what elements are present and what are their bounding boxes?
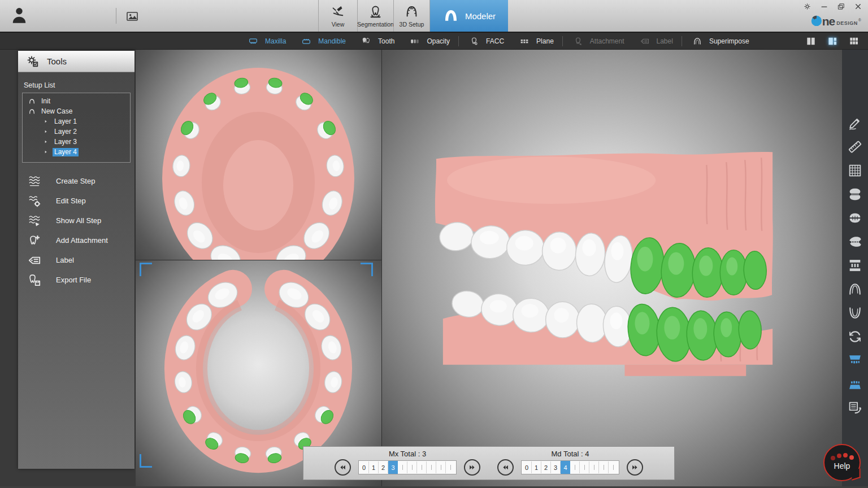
action-label-button[interactable]: Label <box>18 250 134 270</box>
tab-segmentation[interactable]: Segmentation <box>357 0 393 32</box>
tree-node-layer-2[interactable]: Layer 2 <box>23 127 130 137</box>
step-cell[interactable]: 2 <box>379 461 388 473</box>
toolbar-item-opacity[interactable]: Opacity <box>401 33 457 49</box>
step-cell[interactable] <box>436 461 446 473</box>
step-track[interactable]: 0123 <box>358 460 457 474</box>
step-cell[interactable]: 3 <box>551 461 561 473</box>
action-label: Add Attachment <box>56 236 108 245</box>
tree-node-init[interactable]: Init <box>23 96 130 106</box>
app-logo: ne DESIGN ® <box>810 14 861 27</box>
toolbar-item-label: FACC <box>486 37 504 45</box>
restore-button[interactable] <box>837 2 845 11</box>
step-cell-selected[interactable]: 3 <box>388 461 398 474</box>
add-attachment-icon <box>27 233 42 248</box>
step-cell[interactable] <box>407 461 417 473</box>
tools-panel: Tools Setup List InitNew CaseLayer 1Laye… <box>18 51 134 469</box>
step-forward-button[interactable] <box>627 459 643 476</box>
dental-chair-icon <box>331 4 346 19</box>
user-icon[interactable] <box>9 6 29 26</box>
setup-list-tree: InitNew CaseLayer 1Layer 2Layer 3Layer 4 <box>22 93 131 163</box>
action-add-attachment-button[interactable]: Add Attachment <box>18 230 134 250</box>
maxilla-visible-icon[interactable] <box>847 352 863 368</box>
help-button[interactable]: Help <box>823 444 861 481</box>
logo-o-icon <box>810 14 822 27</box>
settings-button[interactable] <box>803 2 811 11</box>
opacity-icon <box>408 36 422 46</box>
step-back-button[interactable] <box>497 459 514 476</box>
tab-3d-setup[interactable]: 3D Setup <box>393 0 430 32</box>
action-create-step-button[interactable]: Create Step <box>18 171 134 191</box>
step-cell[interactable] <box>570 461 580 473</box>
layout-two-pane-icon[interactable] <box>805 36 817 47</box>
step-cell[interactable] <box>599 461 609 473</box>
selection-bracket-bottom-left <box>140 454 152 468</box>
occlusion-side-icon[interactable] <box>847 234 863 250</box>
tree-node-layer-1[interactable]: Layer 1 <box>23 116 130 127</box>
step-track[interactable]: 01234 <box>521 460 619 474</box>
step-back-button[interactable] <box>335 459 351 476</box>
action-show-all-step-button[interactable]: Show All Step <box>18 211 134 230</box>
jaw-open-front-icon[interactable] <box>847 186 863 202</box>
sidebar: Tools Setup List InitNew CaseLayer 1Laye… <box>0 50 136 486</box>
action-export-file-button[interactable]: Export File <box>18 270 134 290</box>
layout-grid-icon[interactable] <box>848 36 860 47</box>
arch-bottom-icon[interactable] <box>847 305 863 321</box>
action-edit-step-button[interactable]: Edit Step <box>18 191 134 211</box>
setup-list-label: Setup List <box>24 81 134 89</box>
lateral-occlusion-view[interactable] <box>381 50 842 486</box>
view-toolbar-items: MaxillaMandibleToothOpacityFACCPlaneAtta… <box>240 33 756 49</box>
tree-node-layer-4[interactable]: Layer 4 <box>23 147 130 157</box>
step-cell[interactable] <box>446 461 455 473</box>
occlusion-press-icon[interactable] <box>847 258 863 273</box>
window-controls <box>803 2 862 11</box>
step-forward-button[interactable] <box>464 459 480 476</box>
step-cell-selected[interactable]: 4 <box>561 461 570 474</box>
tab-modeler[interactable]: Modeler <box>430 0 508 32</box>
mandible-visible-icon[interactable] <box>847 376 863 392</box>
ruler-icon[interactable] <box>847 139 863 155</box>
step-cell[interactable]: 1 <box>532 461 541 473</box>
step-cell[interactable]: 2 <box>541 461 551 473</box>
tree-node-new-case[interactable]: New Case <box>23 106 130 116</box>
arch-top-icon[interactable] <box>847 281 863 297</box>
toolbar-item-plane[interactable]: Plane <box>511 33 561 49</box>
view-toolbar: MaxillaMandibleToothOpacityFACCPlaneAtta… <box>0 33 868 50</box>
screenshot-icon[interactable] <box>125 10 140 23</box>
toolbar-item-maxilla[interactable]: Maxilla <box>240 33 293 49</box>
refresh-icon[interactable] <box>847 329 863 345</box>
step-cell[interactable]: 0 <box>522 461 532 473</box>
titlebar: ViewSegmentation3D SetupModeler ne DESIG… <box>0 0 868 33</box>
tree-node-layer-3[interactable]: Layer 3 <box>23 137 130 147</box>
layout-three-pane-icon[interactable] <box>826 36 839 47</box>
step-cell[interactable] <box>580 461 589 473</box>
tab-label: 3D Setup <box>400 21 424 28</box>
toolbar-item-mandible[interactable]: Mandible <box>293 33 353 49</box>
toolbar-item-facc[interactable]: FACC <box>461 33 511 49</box>
occlusion-front-icon[interactable] <box>847 210 863 226</box>
step-cell[interactable] <box>417 461 427 473</box>
md-step-group: Md Total : 401234 <box>497 450 643 480</box>
grid-icon[interactable] <box>847 163 863 178</box>
logo-suffix: DESIGN <box>836 20 858 26</box>
tree-node-label: New Case <box>40 107 74 116</box>
export-view-icon[interactable] <box>847 400 863 416</box>
step-cell[interactable] <box>589 461 599 473</box>
tab-view[interactable]: View <box>318 0 357 32</box>
close-button[interactable] <box>854 2 862 11</box>
tools-header[interactable]: Tools <box>18 51 134 72</box>
label-tag-icon <box>27 253 42 268</box>
maxilla-occlusal-model <box>136 50 381 260</box>
minimize-button[interactable] <box>820 2 828 11</box>
maxilla-occlusal-view[interactable] <box>136 50 381 260</box>
step-cell[interactable] <box>427 461 436 473</box>
step-cell[interactable]: 0 <box>359 461 369 473</box>
step-cell[interactable] <box>398 461 407 473</box>
step-cell[interactable]: 1 <box>369 461 379 473</box>
toolbar-item-superimpose[interactable]: Superimpose <box>684 33 756 49</box>
tab-label: View <box>332 21 345 28</box>
toolbar-item-tooth[interactable]: Tooth <box>353 33 401 49</box>
step-cell[interactable] <box>609 461 618 473</box>
right-toolbar <box>842 50 868 486</box>
pencil-icon[interactable] <box>847 115 863 131</box>
step-control-panel: Mx Total : 30123 Md Total : 401234 <box>303 446 675 480</box>
